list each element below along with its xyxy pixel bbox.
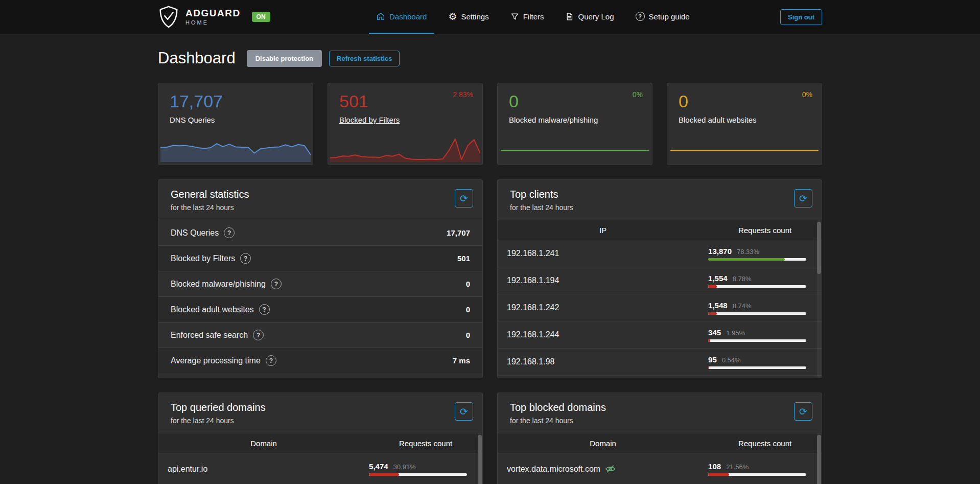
blocked-by-filters-link[interactable]: Blocked by Filters xyxy=(339,116,400,124)
column-requests-count: Requests count xyxy=(369,439,482,448)
nav-settings[interactable]: ⚙ Settings xyxy=(441,0,496,34)
request-count: 108 xyxy=(708,462,721,471)
panel-title: Top clients xyxy=(510,189,809,200)
eye-slash-icon xyxy=(605,464,616,474)
card-delta: 2.83% xyxy=(453,90,473,99)
disable-protection-button[interactable]: Disable protection xyxy=(247,50,322,67)
table-row: vortex.data.microsoft.com 10821.56% xyxy=(498,453,822,484)
stat-label: Blocked adult websites xyxy=(171,305,254,314)
scrollbar-thumb[interactable] xyxy=(817,435,821,484)
progress-bar xyxy=(708,285,806,288)
stat-value: 0 xyxy=(466,331,470,339)
page-title: Dashboard xyxy=(158,49,236,67)
request-percent: 78.33% xyxy=(737,248,759,256)
column-domain: Domain xyxy=(158,439,369,448)
brand-subtitle: HOME xyxy=(185,20,241,26)
sign-out-button[interactable]: Sign out xyxy=(780,9,822,25)
stat-cards: 17,707 DNS Queries 501 Blocked by Filter… xyxy=(158,83,822,165)
panel-title: Top queried domains xyxy=(171,402,470,413)
document-icon xyxy=(565,12,574,21)
table-row: 192.168.1.98 950.54% xyxy=(498,349,822,376)
nav-label: Setup guide xyxy=(649,12,690,21)
home-icon xyxy=(376,12,385,21)
stat-value: 7 ms xyxy=(453,356,470,365)
refresh-icon: ⟳ xyxy=(799,194,807,203)
card-blocked-by-filters: 501 Blocked by Filters 2.83% xyxy=(328,83,483,165)
stat-value: 17,707 xyxy=(447,228,470,237)
funnel-icon xyxy=(510,12,519,21)
client-ip[interactable]: 192.168.1.194 xyxy=(498,276,708,285)
general-statistics-table: DNS Queries? 17,707 Blocked by Filters? … xyxy=(158,220,482,373)
table-row: 192.168.1.242 1,5488.74% xyxy=(498,294,822,321)
help-icon[interactable]: ? xyxy=(224,227,235,238)
stats-row: Blocked malware/phishing? 0 xyxy=(158,271,482,296)
stat-label: Blocked by Filters xyxy=(171,254,235,263)
refresh-statistics-button[interactable]: Refresh statistics xyxy=(329,51,400,66)
stats-row: Blocked by Filters? 501 xyxy=(158,245,482,271)
adult-flat-sparkline xyxy=(670,150,819,151)
panel-subtitle: for the last 24 hours xyxy=(510,417,809,425)
help-icon[interactable]: ? xyxy=(253,330,264,340)
client-ip[interactable]: 192.168.1.241 xyxy=(498,249,708,258)
scrollbar-thumb[interactable] xyxy=(817,222,821,274)
card-value: 0 xyxy=(667,83,822,111)
table-header: Domain Requests count xyxy=(158,433,482,453)
request-percent: 30.91% xyxy=(393,463,416,471)
progress-bar xyxy=(708,339,806,342)
card-dns-queries: 17,707 DNS Queries xyxy=(158,83,313,165)
panel-title: Top blocked domains xyxy=(510,402,809,413)
nav-filters[interactable]: Filters xyxy=(503,0,551,34)
stats-row: Enforced safe search? 0 xyxy=(158,322,482,348)
client-ip[interactable]: 192.168.1.98 xyxy=(498,357,708,366)
scrollbar-thumb[interactable] xyxy=(478,435,482,484)
card-label: Blocked by Filters xyxy=(328,111,482,124)
card-label: DNS Queries xyxy=(158,111,313,124)
refresh-button[interactable]: ⟳ xyxy=(455,189,473,208)
help-icon[interactable]: ? xyxy=(259,304,270,315)
scrollbar-track xyxy=(478,433,482,484)
request-percent: 0.54% xyxy=(722,356,741,364)
nav-query-log[interactable]: Query Log xyxy=(558,0,621,34)
scrollbar-track xyxy=(817,433,821,484)
table-row: api.entur.io 5,47430.91% xyxy=(158,453,482,484)
stat-value: 0 xyxy=(466,305,470,314)
request-count: 345 xyxy=(708,328,721,337)
stat-label: DNS Queries xyxy=(171,228,219,238)
request-percent: 21.56% xyxy=(726,463,749,471)
refresh-button[interactable]: ⟳ xyxy=(455,402,473,421)
request-count: 13,870 xyxy=(708,247,732,256)
blocked-filters-sparkline xyxy=(330,133,480,162)
help-icon[interactable]: ? xyxy=(266,355,276,366)
request-count: 1,548 xyxy=(708,301,728,310)
nav-dashboard[interactable]: Dashboard xyxy=(369,0,434,34)
help-icon[interactable]: ? xyxy=(271,279,282,289)
shield-check-icon xyxy=(158,5,179,29)
stat-value: 0 xyxy=(466,280,470,288)
table-row: 192.168.1.244 3451.95% xyxy=(498,321,822,349)
top-navigation-bar: ADGUARD HOME ON Dashboard ⚙ Settings xyxy=(0,0,980,34)
help-icon[interactable]: ? xyxy=(240,253,251,264)
malware-flat-sparkline xyxy=(501,150,649,151)
table-row: 192.168.1.241 13,87078.33% xyxy=(498,240,822,267)
top-queried-domains-panel: Top queried domains for the last 24 hour… xyxy=(158,393,483,484)
gear-icon: ⚙ xyxy=(448,12,457,21)
progress-bar xyxy=(708,258,806,261)
panel-title: General statistics xyxy=(171,189,470,200)
queried-domain[interactable]: api.entur.io xyxy=(158,465,369,474)
stat-label: Blocked malware/phishing xyxy=(171,280,266,289)
top-clients-panel: Top clients for the last 24 hours ⟳ IP R… xyxy=(497,179,822,378)
progress-bar xyxy=(369,473,467,476)
client-ip[interactable]: 192.168.1.242 xyxy=(498,303,708,312)
progress-bar xyxy=(708,366,806,369)
card-value: 0 xyxy=(498,83,652,111)
stat-label: Enforced safe search xyxy=(171,331,248,340)
card-blocked-adult: 0 Blocked adult websites 0% xyxy=(667,83,822,165)
client-ip[interactable]: 192.168.1.244 xyxy=(498,330,708,339)
refresh-button[interactable]: ⟳ xyxy=(794,189,812,208)
nav-setup-guide[interactable]: ? Setup guide xyxy=(628,0,697,34)
refresh-button[interactable]: ⟳ xyxy=(794,402,812,421)
card-value: 17,707 xyxy=(158,83,313,111)
scrollbar-track xyxy=(817,220,821,378)
main-nav: Dashboard ⚙ Settings Filters xyxy=(286,0,780,34)
blocked-domain[interactable]: vortex.data.microsoft.com xyxy=(507,465,600,474)
